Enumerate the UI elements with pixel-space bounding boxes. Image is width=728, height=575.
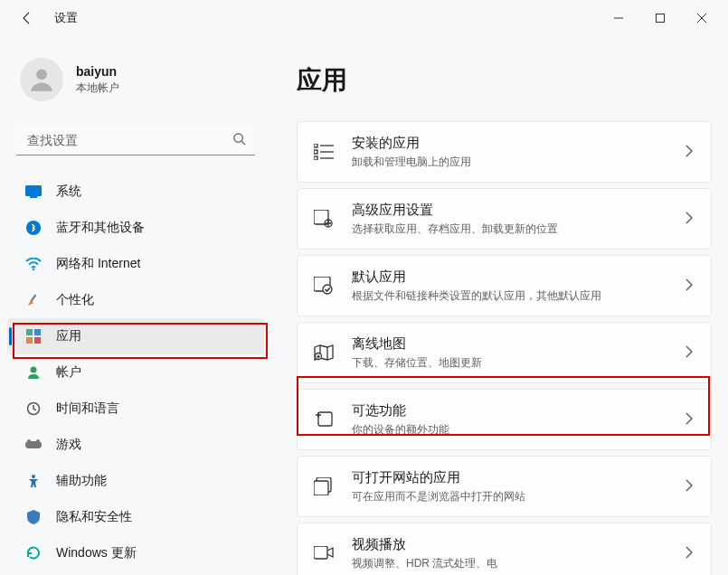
card-title: 高级应用设置 <box>352 202 669 219</box>
nav-item-gaming[interactable]: 游戏 <box>0 427 271 463</box>
clock-icon <box>25 401 42 417</box>
nav-item-accounts[interactable]: 帐户 <box>0 354 271 391</box>
optional-features-icon <box>312 408 336 431</box>
card-subtitle: 可在应用而不是浏览器中打开的网站 <box>352 489 669 504</box>
card-subtitle: 下载、存储位置、地图更新 <box>352 355 669 371</box>
svg-rect-7 <box>25 185 42 196</box>
card-default-apps[interactable]: 默认应用 根据文件和链接种类设置的默认应用，其他默认应用 <box>297 255 712 316</box>
nav-label: 网络和 Internet <box>56 256 140 272</box>
card-installed-apps[interactable]: 安装的应用 卸载和管理电脑上的应用 <box>297 121 712 183</box>
svg-rect-28 <box>314 210 328 224</box>
svg-point-5 <box>234 134 242 142</box>
settings-card-list: 安装的应用 卸载和管理电脑上的应用 高级应用设置 选择获取应用、存档应用、卸载更… <box>297 121 712 575</box>
card-title: 可选功能 <box>352 402 669 419</box>
nav-item-privacy[interactable]: 隐私和安全性 <box>0 499 271 535</box>
arrow-left-icon <box>20 11 34 25</box>
app-settings-icon <box>312 207 336 231</box>
card-subtitle: 卸载和管理电脑上的应用 <box>352 155 669 170</box>
user-name: baiyun <box>76 64 119 79</box>
accessibility-icon <box>25 473 42 489</box>
titlebar: 设置 <box>0 0 728 36</box>
nav-item-accessibility[interactable]: 辅助功能 <box>0 463 271 499</box>
update-icon <box>25 545 42 561</box>
svg-rect-23 <box>314 150 317 154</box>
svg-rect-35 <box>314 481 328 495</box>
chevron-right-icon <box>685 278 693 294</box>
svg-line-6 <box>241 141 245 145</box>
svg-point-19 <box>27 439 31 443</box>
wifi-icon <box>25 256 42 272</box>
svg-rect-11 <box>30 294 36 302</box>
svg-rect-24 <box>314 156 317 160</box>
nav-label: 帐户 <box>56 364 81 381</box>
maximize-icon <box>656 14 665 23</box>
apps-icon <box>25 328 42 344</box>
card-optional-features[interactable]: 可选功能 你的设备的额外功能 <box>297 389 712 450</box>
shield-icon <box>25 509 42 525</box>
card-title: 默认应用 <box>352 269 669 286</box>
user-block[interactable]: baiyun 本地帐户 <box>0 45 271 121</box>
back-button[interactable] <box>13 4 42 33</box>
card-subtitle: 选择获取应用、存档应用、卸载更新的位置 <box>352 222 669 237</box>
system-icon <box>25 184 42 200</box>
svg-rect-13 <box>34 329 41 335</box>
nav-item-bluetooth[interactable]: 蓝牙和其他设备 <box>0 210 271 246</box>
nav-item-network[interactable]: 网络和 Internet <box>0 246 271 282</box>
card-offline-maps[interactable]: 离线地图 下载、存储位置、地图更新 <box>297 322 712 383</box>
nav-item-windows-update[interactable]: Windows 更新 <box>0 535 271 571</box>
search-icon <box>232 132 246 148</box>
person-icon <box>26 64 57 95</box>
nav-label: 个性化 <box>56 292 94 308</box>
svg-point-21 <box>32 475 35 478</box>
svg-rect-14 <box>26 337 33 344</box>
close-button[interactable] <box>681 4 723 33</box>
search-container <box>16 125 255 156</box>
nav-label: 系统 <box>56 184 81 200</box>
nav-item-time-language[interactable]: 时间和语言 <box>0 391 271 427</box>
svg-rect-33 <box>318 412 332 426</box>
nav-label: 辅助功能 <box>56 473 107 489</box>
sidebar: baiyun 本地帐户 系统 蓝牙和其他设备 网络和 Internet <box>0 36 271 575</box>
paintbrush-icon <box>25 292 42 308</box>
chevron-right-icon <box>685 145 693 160</box>
nav-label: 应用 <box>56 328 81 344</box>
card-subtitle: 你的设备的额外功能 <box>352 422 669 438</box>
nav-item-apps[interactable]: 应用 <box>7 318 264 354</box>
card-title: 离线地图 <box>352 335 669 353</box>
card-video-playback[interactable]: 视频播放 视频调整、HDR 流式处理、电 <box>297 523 712 575</box>
minimize-icon <box>614 14 623 23</box>
card-subtitle: 根据文件和链接种类设置的默认应用，其他默认应用 <box>352 288 669 304</box>
close-icon <box>697 14 706 23</box>
svg-point-4 <box>36 69 47 80</box>
card-title: 视频播放 <box>352 536 669 553</box>
chevron-right-icon <box>685 479 693 495</box>
window-title: 设置 <box>54 10 78 26</box>
list-icon <box>312 140 336 164</box>
bluetooth-icon <box>25 220 42 236</box>
account-icon <box>25 364 42 381</box>
nav-item-system[interactable]: 系统 <box>0 174 271 210</box>
svg-rect-36 <box>314 546 327 559</box>
card-apps-for-websites[interactable]: 可打开网站的应用 可在应用而不是浏览器中打开的网站 <box>297 456 712 517</box>
minimize-button[interactable] <box>598 4 639 33</box>
nav-item-personalization[interactable]: 个性化 <box>0 282 271 318</box>
page-title: 应用 <box>297 63 712 98</box>
chevron-right-icon <box>685 546 693 561</box>
card-subtitle: 视频调整、HDR 流式处理、电 <box>352 556 669 571</box>
window-controls <box>598 4 723 33</box>
nav-label: 游戏 <box>56 437 81 453</box>
nav-label: 隐私和安全性 <box>56 509 132 525</box>
svg-point-31 <box>323 285 332 294</box>
account-type: 本地帐户 <box>76 80 119 96</box>
main-content: 应用 安装的应用 卸载和管理电脑上的应用 高级应用设置 选择获取应用、存档应用、… <box>271 36 728 575</box>
chevron-right-icon <box>685 212 693 227</box>
avatar <box>20 58 63 101</box>
maximize-button[interactable] <box>639 4 681 33</box>
svg-rect-15 <box>34 337 41 344</box>
video-icon <box>312 542 336 565</box>
card-advanced-app-settings[interactable]: 高级应用设置 选择获取应用、存档应用、卸载更新的位置 <box>297 188 712 250</box>
svg-rect-22 <box>314 144 317 147</box>
website-apps-icon <box>312 475 336 498</box>
svg-point-20 <box>36 439 40 443</box>
search-input[interactable] <box>16 125 255 156</box>
